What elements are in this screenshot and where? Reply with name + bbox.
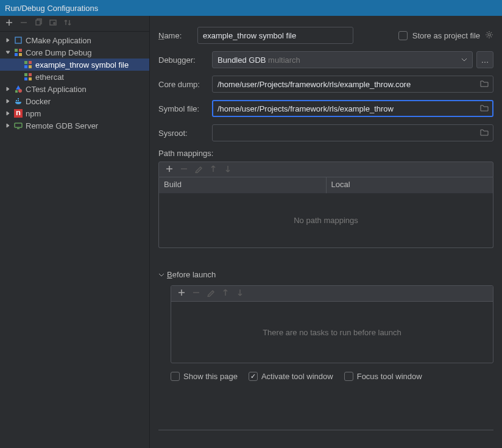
remote-icon [13, 121, 23, 130]
up-icon[interactable] [221, 288, 230, 299]
show-page-checkbox[interactable] [171, 372, 180, 381]
chevron-down-icon [5, 50, 11, 55]
config-form: Name: Store as project file Debugger: Bu… [150, 16, 502, 448]
up-icon[interactable] [209, 165, 217, 175]
window-title: Run/Debug Configurations [0, 0, 502, 16]
svg-text:n: n [16, 109, 21, 117]
tree-label: ethercat [35, 73, 64, 82]
coredump-icon [13, 48, 23, 57]
copy-config-icon[interactable] [34, 18, 43, 29]
store-label: Store as project file [412, 31, 480, 40]
debugger-more-button[interactable]: … [476, 51, 493, 68]
coredump-input[interactable] [217, 80, 488, 89]
symbol-field[interactable] [212, 100, 493, 117]
debugger-select[interactable]: Bundled GDB multiarch [212, 51, 473, 68]
remove-icon[interactable] [192, 288, 200, 299]
path-mappings-label: Path mappings: [158, 149, 493, 158]
focus-tool-checkbox[interactable] [344, 372, 353, 381]
chevron-right-icon [5, 99, 11, 104]
config-tree: CMake Application Core Dump Debug exampl… [0, 32, 149, 134]
svg-rect-14 [29, 77, 32, 80]
tree-item-cmake[interactable]: CMake Application [0, 34, 149, 46]
tree-item-remote-gdb[interactable]: Remote GDB Server [0, 119, 149, 132]
tree-label: Remote GDB Server [26, 121, 98, 130]
chevron-right-icon [5, 87, 11, 91]
down-icon[interactable] [224, 165, 232, 175]
svg-rect-3 [15, 49, 18, 52]
remove-config-icon[interactable] [19, 18, 28, 29]
tasks-empty: There are no tasks to run before launch [171, 302, 493, 363]
tree-item-docker[interactable]: Docker [0, 95, 149, 107]
save-template-icon[interactable] [49, 18, 57, 29]
tree-label: Docker [26, 97, 51, 106]
svg-rect-16 [15, 90, 18, 93]
add-config-icon[interactable] [5, 18, 13, 29]
npm-icon: n [13, 108, 23, 118]
sysroot-input[interactable] [217, 129, 488, 138]
chevron-down-icon [461, 58, 467, 62]
coredump-label: Core dump: [158, 80, 212, 89]
svg-rect-2 [15, 37, 21, 43]
focus-tool-label: Focus tool window [357, 372, 422, 381]
name-input[interactable] [203, 31, 348, 40]
col-build[interactable]: Build [159, 177, 327, 193]
tree-item-ctest[interactable]: CTest Application [0, 83, 149, 95]
name-field[interactable] [197, 27, 353, 44]
svg-rect-22 [15, 123, 22, 127]
col-local[interactable]: Local [327, 177, 493, 193]
tree-item-ethercat[interactable]: ethercat [0, 71, 149, 83]
svg-rect-9 [24, 65, 27, 68]
sort-icon[interactable] [63, 18, 72, 29]
svg-point-15 [18, 89, 22, 93]
svg-point-23 [488, 34, 490, 36]
before-launch-toggle[interactable]: Before launch [158, 270, 493, 279]
edit-icon[interactable] [194, 165, 203, 175]
tree-label: CTest Application [26, 85, 87, 94]
coredump-icon [23, 60, 33, 69]
debugger-value: Bundled GDB [217, 55, 266, 65]
svg-rect-10 [29, 65, 32, 68]
sysroot-field[interactable] [212, 124, 493, 141]
tree-label: CMake Application [26, 36, 91, 45]
folder-icon[interactable] [480, 104, 489, 113]
symbol-label: Symbol file: [158, 104, 212, 113]
separator [158, 430, 493, 430]
svg-rect-6 [19, 53, 22, 56]
cmake-icon [13, 35, 23, 45]
coredump-icon [23, 72, 33, 82]
add-icon[interactable] [177, 288, 186, 299]
chevron-right-icon [5, 38, 11, 43]
tree-item-coredump[interactable]: Core Dump Debug [0, 46, 149, 59]
coredump-field[interactable] [212, 76, 493, 93]
docker-icon [13, 96, 23, 106]
store-as-project-checkbox[interactable] [398, 31, 408, 40]
activate-tool-checkbox[interactable] [249, 372, 258, 381]
path-mappings-table: Build Local No path mappings [158, 162, 493, 248]
folder-icon[interactable] [480, 129, 489, 138]
svg-rect-13 [24, 77, 27, 80]
tree-item-example-throw[interactable]: example_throw symbol file [0, 59, 149, 71]
remove-icon[interactable] [180, 165, 188, 175]
svg-rect-17 [16, 100, 17, 101]
down-icon[interactable] [236, 288, 244, 299]
tree-label: npm [26, 109, 41, 118]
svg-rect-8 [29, 61, 32, 64]
tree-toolbar [0, 16, 149, 32]
svg-rect-19 [18, 98, 19, 99]
ctest-icon [13, 84, 23, 94]
debugger-suffix: multiarch [266, 55, 300, 65]
svg-rect-12 [29, 73, 32, 76]
tree-label: example_throw symbol file [35, 60, 129, 69]
activate-tool-label: Activate tool window [261, 372, 333, 381]
gear-icon[interactable] [485, 30, 493, 41]
tree-item-npm[interactable]: n npm [0, 107, 149, 119]
config-tree-panel: CMake Application Core Dump Debug exampl… [0, 16, 150, 448]
folder-icon[interactable] [480, 80, 489, 89]
add-icon[interactable] [165, 165, 174, 175]
symbol-input[interactable] [217, 104, 488, 113]
chevron-right-icon [5, 111, 11, 116]
show-page-label: Show this page [183, 372, 238, 381]
edit-icon[interactable] [207, 288, 215, 299]
svg-rect-0 [36, 20, 40, 25]
svg-rect-4 [19, 49, 22, 52]
